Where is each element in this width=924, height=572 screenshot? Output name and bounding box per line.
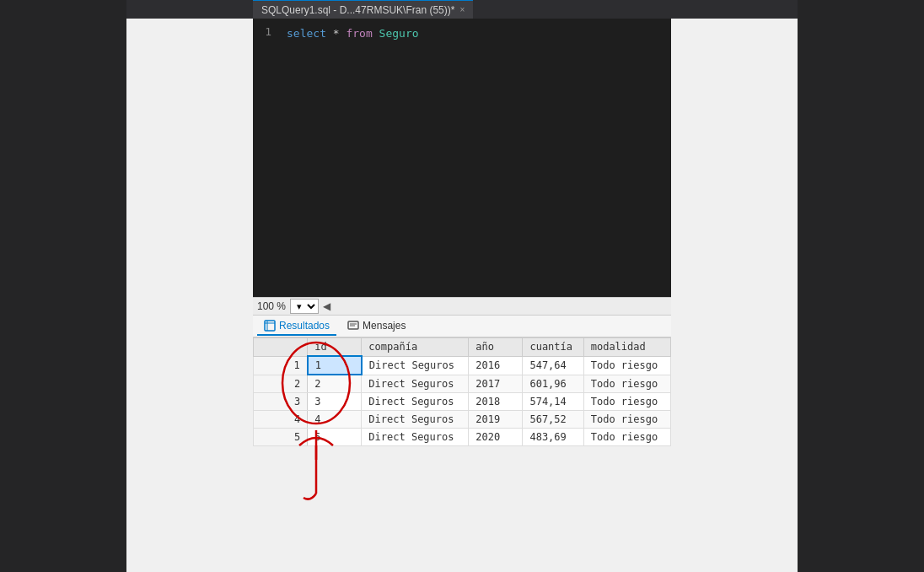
right-sidebar <box>798 0 924 572</box>
cell-rownum: 5 <box>254 429 308 446</box>
cell-id[interactable]: 2 <box>308 375 362 393</box>
svg-rect-0 <box>265 321 275 331</box>
main-container: SQLQuery1.sql - D...47RMSUK\Fran (55))* … <box>0 0 924 572</box>
cell-modalidad[interactable]: Todo riesgo <box>583 393 670 411</box>
tab-title: SQLQuery1.sql - D...47RMSUK\Fran (55))* <box>261 4 454 16</box>
col-header-compania[interactable]: compañía <box>362 338 469 357</box>
col-header-rownum <box>254 338 308 357</box>
cell-ano[interactable]: 2018 <box>469 393 523 411</box>
editor-gutter: 1 <box>253 19 278 38</box>
sql-select-keyword: select <box>287 27 326 40</box>
cell-cuantia[interactable]: 547,64 <box>523 356 583 375</box>
col-header-id[interactable]: id <box>308 338 362 357</box>
sql-table-seguro: Seguro <box>379 27 419 40</box>
sql-from-keyword: from <box>346 27 372 40</box>
tab-resultados-label: Resultados <box>279 320 330 332</box>
zoom-dropdown[interactable]: ▾ <box>290 299 319 314</box>
cell-compania[interactable]: Direct Seguros <box>362 356 469 375</box>
cell-compania[interactable]: Direct Seguros <box>362 411 469 429</box>
scroll-left-button[interactable]: ◀ <box>323 300 330 312</box>
query-tab[interactable]: SQLQuery1.sql - D...47RMSUK\Fran (55))* … <box>253 0 473 19</box>
cell-compania[interactable]: Direct Seguros <box>362 393 469 411</box>
cell-modalidad[interactable]: Todo riesgo <box>583 411 670 429</box>
table-row[interactable]: 4 4 Direct Seguros 2019 567,52 Todo ries… <box>254 411 671 429</box>
cell-modalidad[interactable]: Todo riesgo <box>583 429 670 446</box>
content-area: SQLQuery1.sql - D...47RMSUK\Fran (55))* … <box>126 0 798 572</box>
line-number-1: 1 <box>253 25 271 38</box>
cell-cuantia[interactable]: 567,52 <box>523 411 583 429</box>
table-header-row: id compañía año cuantía modalidad <box>254 338 671 357</box>
tab-mensajes[interactable]: Mensajes <box>341 317 412 336</box>
table-row[interactable]: 3 3 Direct Seguros 2018 574,14 Todo ries… <box>254 393 671 411</box>
results-grid[interactable]: id compañía año cuantía modalidad 1 1 Di… <box>253 337 671 446</box>
editor-area[interactable]: 1 select * from Seguro <box>253 19 671 297</box>
cell-ano[interactable]: 2020 <box>469 429 523 446</box>
cell-id[interactable]: 5 <box>308 429 362 446</box>
sql-star: * <box>333 27 346 40</box>
results-tabs: Resultados Mensajes <box>253 316 671 337</box>
zoom-bar: 100 % ▾ ◀ <box>253 297 671 316</box>
cell-compania[interactable]: Direct Seguros <box>362 375 469 393</box>
cell-cuantia[interactable]: 483,69 <box>523 429 583 446</box>
resultados-icon <box>264 320 276 332</box>
table-row[interactable]: 5 5 Direct Seguros 2020 483,69 Todo ries… <box>254 429 671 446</box>
cell-ano[interactable]: 2019 <box>469 411 523 429</box>
cell-cuantia[interactable]: 574,14 <box>523 393 583 411</box>
cell-ano[interactable]: 2016 <box>469 356 523 375</box>
tab-mensajes-label: Mensajes <box>363 320 406 332</box>
cell-rownum: 4 <box>254 411 308 429</box>
cell-modalidad[interactable]: Todo riesgo <box>583 356 670 375</box>
table-row[interactable]: 1 1 Direct Seguros 2016 547,64 Todo ries… <box>254 356 671 375</box>
col-header-modalidad[interactable]: modalidad <box>583 338 670 357</box>
zoom-value: 100 % <box>257 300 286 312</box>
tab-resultados[interactable]: Resultados <box>257 317 336 336</box>
cell-rownum: 3 <box>254 393 308 411</box>
editor-content[interactable]: select * from Seguro <box>278 19 671 49</box>
cell-id[interactable]: 1 <box>308 356 362 375</box>
col-header-ano[interactable]: año <box>469 338 523 357</box>
tab-bar: SQLQuery1.sql - D...47RMSUK\Fran (55))* … <box>126 0 798 19</box>
cell-rownum: 1 <box>254 356 308 375</box>
col-header-cuantia[interactable]: cuantía <box>523 338 583 357</box>
cell-id[interactable]: 4 <box>308 411 362 429</box>
cell-modalidad[interactable]: Todo riesgo <box>583 375 670 393</box>
cell-id[interactable]: 3 <box>308 393 362 411</box>
tab-close-button[interactable]: × <box>459 5 465 14</box>
cell-rownum: 2 <box>254 375 308 393</box>
mensajes-icon <box>347 320 359 332</box>
cell-compania[interactable]: Direct Seguros <box>362 429 469 446</box>
left-sidebar <box>0 0 126 572</box>
results-table: id compañía año cuantía modalidad 1 1 Di… <box>253 337 671 446</box>
cell-cuantia[interactable]: 601,96 <box>523 375 583 393</box>
table-row[interactable]: 2 2 Direct Seguros 2017 601,96 Todo ries… <box>254 375 671 393</box>
cell-ano[interactable]: 2017 <box>469 375 523 393</box>
